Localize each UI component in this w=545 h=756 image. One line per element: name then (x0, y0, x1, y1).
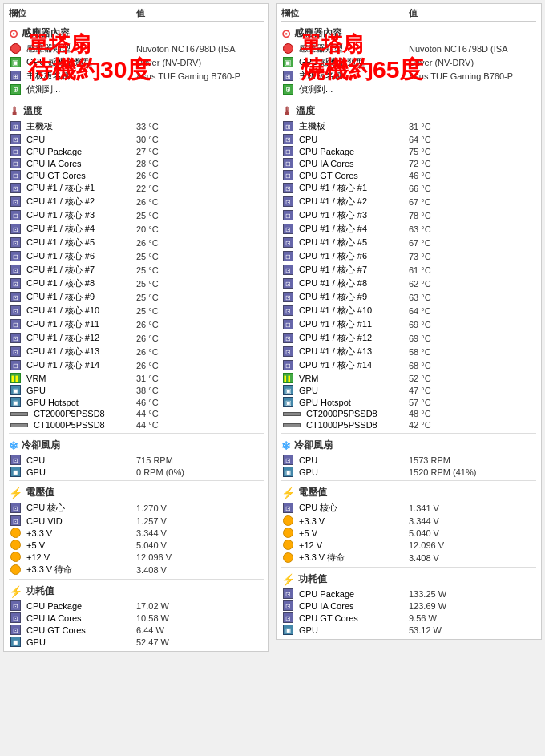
temp-value: 25 °C (136, 279, 264, 289)
sensor-row: 感應器類型Nuvoton NCT6798D (ISA (281, 42, 536, 55)
sensor-row: ▣ GPU 感應器類型Driver (NV-DRV) (9, 55, 264, 69)
temp-value: 26 °C (136, 320, 264, 329)
temp-row: ⊡ CPU #1 / 核心 #825 °C (9, 277, 264, 290)
volt-row: +12 V12.096 V (281, 539, 536, 551)
power-section-title: ⚡功耗值 (9, 584, 264, 598)
temp-value: 78 °C (409, 211, 536, 220)
temp-label: ⊡ CPU Package (281, 146, 409, 156)
volt-label: ⊡ CPU 核心 (281, 502, 409, 514)
temp-row: ⊞ 主機板33 °C (9, 119, 264, 133)
temp-label: CT2000P5PSSD8 (9, 409, 136, 418)
temp-label: ⊡ CPU #1 / 核心 #13 (9, 346, 136, 358)
sensor-value: Nuvoton NCT6798D (ISA (409, 44, 536, 54)
temp-value: 61 °C (409, 265, 536, 275)
volt-row: +12 V12.096 V (9, 551, 264, 563)
temp-label: ⊡ CPU #1 / 核心 #3 (9, 209, 136, 221)
temp-value: 26 °C (136, 171, 264, 180)
temp-value: 52 °C (409, 374, 536, 383)
temp-row: ⊡ CPU #1 / 核心 #963 °C (281, 290, 536, 304)
temp-value: 63 °C (409, 224, 536, 234)
temp-row: ⊡ CPU #1 / 核心 #267 °C (281, 195, 536, 208)
temp-row: ▣ GPU38 °C (9, 384, 264, 396)
temp-row: CT2000P5PSSD848 °C (281, 408, 536, 419)
sensor-value: Driver (NV-DRV) (136, 58, 264, 67)
sensor-label: ⛨ 偵測到... (9, 83, 136, 95)
volt-row: +3.3 V3.344 V (9, 527, 264, 539)
sensor-section-title: ⊙感應器內容 (281, 26, 536, 40)
fan-label: ▣ GPU (9, 467, 136, 477)
power-label: ⊡ CPU Package (281, 588, 409, 599)
temp-label: ⊡ CPU #1 / 核心 #1 (281, 182, 409, 194)
temp-value: 26 °C (136, 361, 264, 370)
temp-value: 33 °C (136, 122, 264, 131)
sensor-value: Driver (NV-DRV) (409, 58, 536, 67)
temp-label: ⊡ CPU #1 / 核心 #6 (9, 250, 136, 262)
volt-icon: ⚡ (9, 487, 22, 499)
temp-value: 62 °C (409, 279, 536, 289)
volt-row: ⊡ CPU 核心1.341 V (281, 501, 536, 515)
temp-label: ⊡ CPU (9, 134, 136, 144)
temp-row: ⊡ CPU #1 / 核心 #1326 °C (9, 345, 264, 358)
temp-row: CT2000P5PSSD844 °C (9, 408, 264, 419)
temp-value: 42 °C (409, 420, 536, 430)
temp-row: ⊡ CPU Package27 °C (9, 145, 264, 157)
temp-row: ⊡ CPU Package75 °C (281, 145, 536, 157)
temp-label: ⊡ CPU #1 / 核心 #1 (9, 182, 136, 194)
temp-row: ⊡ CPU #1 / 核心 #526 °C (9, 236, 264, 249)
temp-value: 69 °C (409, 320, 536, 329)
temp-row: ⊡ CPU #1 / 核心 #725 °C (9, 263, 264, 277)
temp-value: 44 °C (136, 409, 264, 418)
fan-label: ⊡ CPU (281, 455, 409, 465)
power-row: ⊡ CPU GT Cores6.44 W (9, 624, 264, 636)
temp-value: 64 °C (409, 306, 536, 316)
fan-row: ▣ GPU0 RPM (0%) (9, 466, 264, 478)
power-label: ▣ GPU (9, 637, 136, 647)
temp-label: ⊡ CPU #1 / 核心 #14 (281, 359, 409, 371)
power-icon: ⚡ (9, 585, 22, 598)
power-value: 123.69 W (409, 601, 536, 611)
temp-label: ⊡ CPU #1 / 核心 #11 (9, 318, 136, 330)
volt-label: +12 V (9, 552, 136, 562)
sensor-row: ⛨ 偵測到... (281, 83, 536, 96)
temp-row: ⊡ CPU IA Cores28 °C (9, 157, 264, 169)
volt-label: +3.3 V (9, 528, 136, 538)
temp-label: ▣ GPU (281, 385, 409, 395)
temp-label: ⊡ CPU #1 / 核心 #8 (281, 277, 409, 289)
col-value: 值 (136, 7, 264, 19)
temp-row: ▣ GPU Hotspot57 °C (281, 396, 536, 408)
temp-value: 26 °C (136, 347, 264, 357)
power-label: ⊡ CPU GT Cores (9, 625, 136, 635)
power-value: 53.12 W (409, 625, 536, 635)
temp-label: ⊡ CPU #1 / 核心 #4 (281, 223, 409, 235)
table-header: 欄位值 (281, 7, 536, 22)
temp-label: ⊡ CPU #1 / 核心 #12 (9, 332, 136, 344)
fan-icon: ❄ (281, 439, 291, 452)
temp-label: ⊡ CPU #1 / 核心 #4 (9, 223, 136, 235)
power-row: ▣ GPU53.12 W (281, 624, 536, 636)
volt-label: +3.3 V 待命 (9, 564, 136, 576)
temp-row: ⊡ CPU #1 / 核心 #1468 °C (281, 358, 536, 372)
table-header: 欄位值 (9, 7, 264, 22)
volt-value: 5.040 V (136, 540, 264, 550)
sensor-section-title: ⊙感應器內容 (9, 26, 264, 40)
volt-value: 3.344 V (136, 528, 264, 538)
volt-label: +5 V (9, 540, 136, 550)
temp-label: ⊡ CPU #1 / 核心 #12 (281, 332, 409, 344)
temp-value: 25 °C (136, 252, 264, 261)
col-value: 值 (409, 7, 536, 19)
temp-label: ▌▌ VRM (281, 373, 409, 383)
temp-row: CT1000P5PSSD842 °C (281, 419, 536, 431)
temp-value: 22 °C (136, 184, 264, 193)
temp-label: ⊡ CPU #1 / 核心 #5 (9, 237, 136, 249)
fan-value: 715 RPM (136, 455, 264, 465)
temp-row: ▌▌ VRM31 °C (9, 372, 264, 384)
temp-value: 57 °C (409, 398, 536, 407)
volt-label: ⊡ CPU 核心 (9, 502, 136, 514)
data-panel: 單塔扇待機約30度欄位值⊙感應器內容 感應器類型Nuvoton NCT6798D… (3, 3, 269, 652)
temp-label: ⊡ CPU #1 / 核心 #6 (281, 250, 409, 262)
sensor-label: ⛨ 偵測到... (281, 83, 409, 95)
power-row: ⊡ CPU GT Cores9.56 W (281, 612, 536, 624)
sensor-row: ▣ GPU 感應器類型Driver (NV-DRV) (281, 55, 536, 69)
power-value: 6.44 W (136, 625, 264, 635)
temp-label: ⊡ CPU #1 / 核心 #3 (281, 209, 409, 221)
